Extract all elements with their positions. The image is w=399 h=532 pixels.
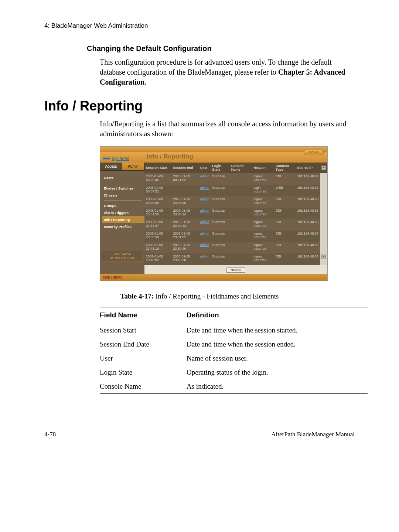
sidebar: Access Admin UsersBlades / SwitchesChass… <box>100 163 144 274</box>
sidebar-item-info-reporting[interactable]: Info / Reporting <box>102 216 144 223</box>
intro-text: Info/Reporting is a list that summarizes… <box>100 119 355 139</box>
cell: 192.168.48.65 <box>296 173 320 185</box>
tab-access[interactable]: Access <box>100 163 122 170</box>
user-info-box: User: admin IP: 192.168.48.86 <box>102 251 142 262</box>
cell: login occurred <box>252 185 274 196</box>
cell: 192.168.48.65 <box>296 208 320 219</box>
def-row: Login StateOperating status of the login… <box>100 365 368 379</box>
col-login-state: Login State <box>211 163 229 173</box>
user-link[interactable]: admin <box>200 174 209 178</box>
def-header-field: Field Name <box>100 307 187 323</box>
user-link[interactable]: admin <box>200 220 209 224</box>
table-row: 2005-01-09 00:07:52adminSuccesslogin occ… <box>144 185 327 196</box>
user-link[interactable]: admin <box>200 232 209 235</box>
tab-admin[interactable]: Admin <box>122 163 144 170</box>
cell: Success <box>211 196 229 208</box>
col-session-end: Session End <box>171 163 198 173</box>
table-row: 2005-01-08 23:54:552005-01-08 23:55:14ad… <box>144 208 327 219</box>
def-field-definition: Date and time when the session started. <box>187 323 368 338</box>
caption-rest: Info / Reporting - Fieldnames and Elemen… <box>154 292 279 300</box>
sidebar-item-groups[interactable]: Groups <box>104 202 144 209</box>
cell <box>230 185 252 196</box>
col-session-start: Session Start <box>144 163 171 173</box>
cell: Success <box>211 253 229 265</box>
scrollbar-track[interactable] <box>320 219 327 231</box>
cell: 2005-01-08 23:50:38 <box>144 231 171 242</box>
cell: SSH <box>274 231 296 242</box>
table-row: 2005-01-08 23:54:272005-01-08 23:54:43ad… <box>144 219 327 231</box>
scrollbar-track[interactable] <box>320 185 327 196</box>
user-link[interactable]: admin <box>200 197 209 201</box>
cell: WEB <box>274 185 296 196</box>
user-link[interactable]: admin <box>200 255 209 258</box>
report-table: Session StartSession EndUserLogin StateC… <box>144 163 327 265</box>
cell: Success <box>211 219 229 231</box>
cell: 2005-01-09 00:20:46 <box>144 173 171 185</box>
next-button[interactable]: Next>> <box>226 267 245 273</box>
sidebar-item-security-profiles[interactable]: Security Profiles <box>104 223 144 230</box>
cell: 2005-01-08 23:55:40 <box>144 196 171 208</box>
col-reason: Reason <box>252 163 274 173</box>
help-about-bar[interactable]: help | about <box>100 274 327 281</box>
sidebar-item-blades-switches[interactable]: Blades / Switches <box>104 185 144 192</box>
scroll-up-icon[interactable]: ▲ <box>321 166 326 170</box>
def-field-definition: Operating status of the login. <box>187 365 368 379</box>
scrollbar-track[interactable] <box>320 173 327 185</box>
cell: SSH <box>274 208 296 219</box>
col-connect-type: Connect Type <box>274 163 296 173</box>
scroll-down-icon[interactable]: ▼ <box>321 255 326 259</box>
cell: 2005-01-08 23:50:40 <box>171 242 198 253</box>
sidebar-item-chassis[interactable]: Chassis <box>104 192 144 199</box>
user-link[interactable]: admin <box>200 209 209 212</box>
cell: 2005-01-08 23:55:14 <box>171 208 198 219</box>
cell: 192.168.48.65 <box>296 242 320 253</box>
cell: admin <box>199 231 211 242</box>
col-user: User <box>199 163 211 173</box>
table-row: 2005-01-08 23:46:022005-01-08 23:46:20ad… <box>144 253 327 265</box>
section-title: Changing the Default Configuration <box>87 44 355 53</box>
cell: 192.168.48.65 <box>296 219 320 231</box>
cell: 192.168.48.65 <box>296 253 320 265</box>
cell <box>230 173 252 185</box>
cell: 192.168.48.65 <box>296 231 320 242</box>
col-source-ip: Source IP <box>296 163 320 173</box>
definition-table: Field Name Definition Session StartDate … <box>100 307 368 394</box>
cell: 2005-01-09 00:21:02 <box>171 173 198 185</box>
cell: SSH <box>274 219 296 231</box>
scrollbar-track[interactable] <box>320 231 327 242</box>
main-panel: Session StartSession EndUserLogin StateC… <box>144 163 327 274</box>
cell: logout occurred <box>252 231 274 242</box>
cell: 192.168.48.18 <box>296 185 320 196</box>
scrollbar-track[interactable] <box>320 242 327 253</box>
user-link[interactable]: admin <box>200 243 209 247</box>
cell: 2005-01-08 23:55:55 <box>171 196 198 208</box>
sidebar-item-alarm-triggers[interactable]: Alarm Triggers <box>104 209 144 216</box>
cell: 2005-01-08 23:46:20 <box>171 253 198 265</box>
caption-bold: Table 4-17: <box>120 292 154 300</box>
scrollbar-track[interactable] <box>320 208 327 219</box>
user-link[interactable]: admin <box>200 186 209 190</box>
cell: logout occurred <box>252 219 274 231</box>
cell: admin <box>199 253 211 265</box>
cell: admin <box>199 242 211 253</box>
cell <box>230 231 252 242</box>
cell: SSH <box>274 242 296 253</box>
logout-button[interactable]: logout <box>304 150 324 155</box>
table-row: 2005-01-08 23:55:402005-01-08 23:55:55ad… <box>144 196 327 208</box>
sidebar-item-users[interactable]: Users <box>104 174 144 181</box>
cell: 2005-01-08 23:46:02 <box>144 253 171 265</box>
nav-list: UsersBlades / SwitchesChassisGroupsAlarm… <box>100 171 144 232</box>
cell: admin <box>199 196 211 208</box>
cell: logout occurred <box>252 208 274 219</box>
cell: logout occurred <box>252 196 274 208</box>
scrollbar-track[interactable]: ▼ <box>320 253 327 265</box>
def-field-name: Session End Date <box>100 337 187 351</box>
scrollbar-track[interactable]: ▲ <box>320 163 327 173</box>
pager-bar: Next>> <box>144 265 327 274</box>
brand-text: cyclades <box>112 156 129 161</box>
app-page-title: Info / Reporting <box>145 151 327 163</box>
cell: Success <box>211 173 229 185</box>
def-field-name: Session Start <box>100 323 187 338</box>
scrollbar-track[interactable] <box>320 196 327 208</box>
brand-logo: cyclades <box>100 155 145 163</box>
